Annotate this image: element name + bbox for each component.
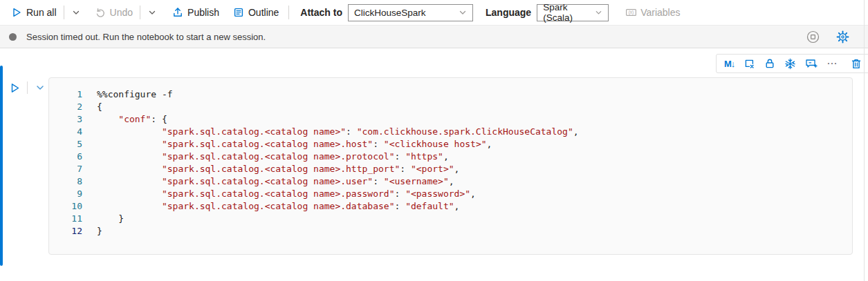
code-line-text: "spark.sql.catalog.<catalog name>.passwo… [97,188,476,200]
line-number: 8 [49,175,82,188]
code-line: 10 "spark.sql.catalog.<catalog name>.dat… [49,200,852,213]
line-number: 10 [49,200,82,213]
line-number: 12 [49,225,82,238]
language-dropdown[interactable]: Spark (Scala) [537,4,609,21]
code-line-text: "spark.sql.catalog.<catalog name>": "com… [97,126,579,138]
code-cell: 1%%configure -f2{3 "conf": {4 "spark.sql… [48,77,853,255]
code-line-text: { [97,101,102,113]
variables-button[interactable]: (x) Variables [621,3,684,22]
code-line: 7 "spark.sql.catalog.<catalog name>.http… [49,163,852,175]
convert-to-markdown-button[interactable]: M↓ [724,59,735,69]
attach-to-value: ClickHouseSpark [354,8,426,18]
play-icon [9,82,21,94]
more-actions-button[interactable]: ⋯ [827,60,838,67]
notebook-toolbar: Run all Undo Publish Outline Attach to C… [0,0,868,25]
svg-text:(x): (x) [629,10,634,15]
session-settings-button[interactable] [835,29,850,44]
clear-output-icon [744,58,755,70]
code-line: 2{ [49,101,852,113]
line-number: 11 [49,213,82,225]
session-actions [805,29,850,44]
session-status-dot-icon [9,33,17,41]
chevron-down-icon [459,8,467,17]
markdown-icon: M↓ [724,59,735,69]
run-cell-button[interactable] [7,80,22,95]
code-line-text: %%configure -f [97,88,173,101]
code-line: 8 "spark.sql.catalog.<catalog name>.user… [49,175,852,188]
variables-icon: (x) [625,7,636,18]
trash-icon [851,58,862,70]
run-options-dropdown-button[interactable] [67,3,85,22]
chevron-down-icon [595,8,602,17]
publish-label: Publish [187,7,219,18]
code-line: 3 "conf": { [49,113,852,126]
line-number: 5 [49,138,82,151]
language-value: Spark (Scala) [543,2,595,23]
line-number: 1 [49,88,82,101]
code-lines: 1%%configure -f2{3 "conf": {4 "spark.sql… [49,88,852,238]
chevron-down-icon [148,8,156,17]
code-line: 6 "spark.sql.catalog.<catalog name>.prot… [49,151,852,163]
code-line-text: "spark.sql.catalog.<catalog name>.user":… [97,175,454,188]
toolbar-divider [64,6,64,19]
play-icon [11,7,22,18]
run-controls-divider [27,81,28,94]
cell-run-options-button[interactable] [33,80,48,95]
snowflake-icon [784,58,796,70]
undo-button[interactable]: Undo [91,3,137,22]
code-line-text: } [97,225,102,238]
language-label: Language [486,7,531,18]
line-number: 2 [49,101,82,113]
cell-toolbar: M↓ ⋯ [716,54,868,73]
code-line-text: "spark.sql.catalog.<catalog name>.http_p… [97,163,459,175]
outline-label: Outline [248,7,279,18]
code-line-text: "spark.sql.catalog.<catalog name>.databa… [97,200,459,213]
active-cell-indicator [0,66,3,266]
variables-label: Variables [640,7,680,18]
freeze-cell-button[interactable] [784,58,796,70]
attach-to-label: Attach to [300,7,342,18]
settings-gear-icon [836,30,849,43]
outline-button[interactable]: Outline [229,3,283,22]
code-line-text: "spark.sql.catalog.<catalog name>.protoc… [97,151,449,163]
session-status-message: Session timed out. Run the notebook to s… [26,32,266,42]
line-number: 6 [49,151,82,163]
session-status-bar: Session timed out. Run the notebook to s… [0,25,868,48]
notebook-canvas: M↓ ⋯ [0,48,868,281]
code-editor[interactable]: 1%%configure -f2{3 "conf": {4 "spark.sql… [49,88,852,238]
chevron-down-icon [72,8,80,17]
panel-right-divider [864,0,865,281]
code-line: 11 } [49,213,852,225]
line-number: 7 [49,163,82,175]
ellipsis-icon: ⋯ [827,60,838,67]
undo-label: Undo [110,7,133,18]
run-all-label: Run all [26,7,57,18]
lock-cell-button[interactable] [764,58,775,69]
publish-upload-icon [172,7,183,18]
add-comment-button[interactable] [805,58,818,69]
delete-cell-button[interactable] [851,58,862,70]
code-line: 1%%configure -f [49,88,852,101]
code-line: 5 "spark.sql.catalog.<catalog name>.host… [49,138,852,151]
cell-run-controls [7,80,48,95]
undo-icon [95,7,106,18]
toolbar-divider [140,6,140,19]
undo-options-dropdown-button[interactable] [143,3,161,22]
code-line: 12} [49,225,852,238]
line-number: 9 [49,188,82,200]
line-number: 4 [49,126,82,138]
code-line-text: "spark.sql.catalog.<catalog name>.host":… [97,138,492,151]
publish-button[interactable]: Publish [168,3,223,22]
stop-session-icon [806,30,820,43]
clear-output-button[interactable] [744,58,755,70]
code-line-text: } [97,213,124,225]
code-line: 9 "spark.sql.catalog.<catalog name>.pass… [49,188,852,200]
outline-icon [233,7,244,18]
code-line-text: "conf": { [97,113,167,126]
stop-session-button[interactable] [805,29,820,44]
attach-to-dropdown[interactable]: ClickHouseSpark [348,4,473,21]
run-all-button[interactable]: Run all [7,3,61,22]
line-number: 3 [49,113,82,126]
toolbar-divider [288,6,289,19]
code-line: 4 "spark.sql.catalog.<catalog name>": "c… [49,126,852,138]
